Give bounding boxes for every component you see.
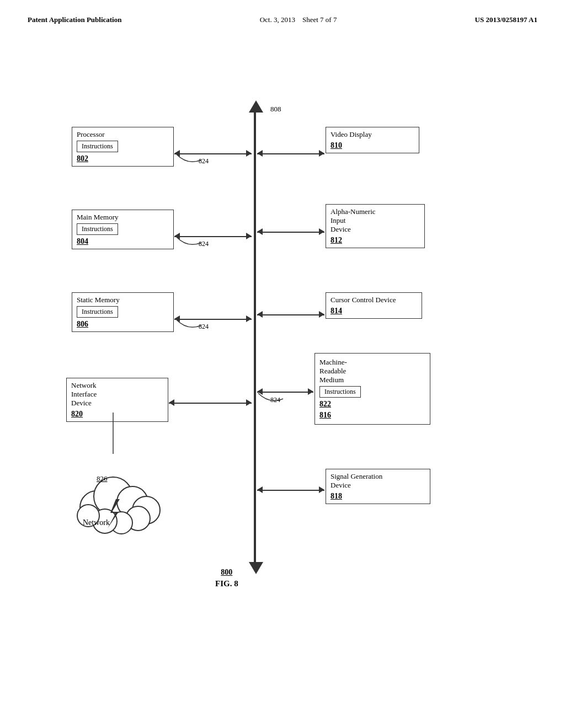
arr-main-memory-right [246, 233, 252, 239]
cursor-control-box: Cursor Control Device 814 [326, 292, 422, 319]
arr-video-right [319, 150, 324, 157]
main-memory-title: Main Memory [77, 213, 169, 222]
h-line-cursor [257, 314, 324, 315]
curve-2 [171, 234, 204, 251]
header-center: Oct. 3, 2013 Sheet 7 of 7 [260, 15, 337, 24]
arr-video-left [257, 150, 263, 157]
h-line-network [169, 403, 252, 404]
network-label-826: 826 [97, 474, 108, 483]
bus-line [254, 113, 256, 565]
bus-arrow-up [249, 100, 263, 113]
figure-name: FIG. 8 [215, 579, 238, 588]
network-interface-title: NetworkInterfaceDevice [71, 381, 163, 408]
processor-box: Processor Instructions 802 [72, 127, 174, 167]
static-memory-title: Static Memory [77, 296, 169, 304]
h-line-video [257, 153, 324, 154]
header-date: Oct. 3, 2013 [260, 15, 295, 24]
arr-network-left [169, 399, 174, 406]
curve-4 [253, 390, 286, 407]
machine-readable-number: 816 [319, 411, 425, 420]
header-sheet: Sheet 7 of 7 [302, 15, 337, 24]
machine-readable-box: Machine-ReadableMedium Instructions 822 … [315, 353, 430, 425]
arr-network-right [246, 399, 252, 406]
arr-static-memory-right [246, 315, 252, 322]
arr-signal-left [257, 486, 263, 493]
machine-readable-instructions: Instructions [319, 386, 361, 398]
machine-readable-title: Machine-ReadableMedium [319, 358, 425, 384]
curve-3 [171, 317, 204, 334]
arr-processor-right [246, 150, 252, 157]
arr-signal-right [319, 486, 324, 493]
alpha-numeric-box: Alpha-NumericInputDevice 812 [326, 204, 425, 248]
network-text: Network [83, 518, 110, 527]
figure-number: 800 [215, 568, 238, 577]
signal-generation-title: Signal GenerationDevice [331, 472, 425, 490]
video-display-title: Video Display [331, 130, 414, 139]
header-left: Patent Application Publication [28, 15, 121, 24]
arr-cursor-right [319, 311, 324, 318]
main-memory-box: Main Memory Instructions 804 [72, 210, 174, 249]
signal-generation-number: 818 [331, 492, 425, 501]
processor-title: Processor [77, 130, 169, 139]
cursor-control-number: 814 [331, 307, 417, 315]
static-memory-box: Static Memory Instructions 806 [72, 292, 174, 332]
header-right: US 2013/0258197 A1 [475, 15, 537, 24]
figure-number-area: 800 FIG. 8 [215, 568, 238, 588]
h-line-alpha [257, 232, 324, 233]
arr-cursor-left [257, 311, 263, 318]
arr-alpha-left [257, 228, 263, 235]
static-memory-number: 806 [77, 320, 169, 329]
processor-number: 802 [77, 154, 169, 163]
video-display-number: 810 [331, 141, 414, 150]
processor-instructions: Instructions [77, 141, 118, 152]
main-memory-number: 804 [77, 237, 169, 246]
arr-machine-right [308, 388, 313, 395]
cursor-control-title: Cursor Control Device [331, 296, 417, 304]
label-808: 808 [270, 105, 281, 114]
diagram-area: 808 Processor Instructions 802 824 Main … [0, 72, 565, 684]
network-cloud [52, 447, 174, 535]
main-memory-instructions: Instructions [77, 223, 118, 235]
arr-alpha-right [319, 228, 324, 235]
h-line-signal [257, 490, 324, 491]
page-header: Patent Application Publication Oct. 3, 2… [0, 0, 565, 24]
alpha-numeric-number: 812 [331, 236, 420, 245]
network-connector [105, 413, 121, 457]
alpha-numeric-title: Alpha-NumericInputDevice [331, 207, 420, 234]
curve-1 [171, 152, 204, 168]
machine-readable-inner-number: 822 [319, 400, 425, 409]
static-memory-instructions: Instructions [77, 306, 118, 318]
bus-arrow-down [249, 562, 263, 574]
video-display-box: Video Display 810 [326, 127, 419, 153]
signal-generation-box: Signal GenerationDevice 818 [326, 469, 430, 504]
